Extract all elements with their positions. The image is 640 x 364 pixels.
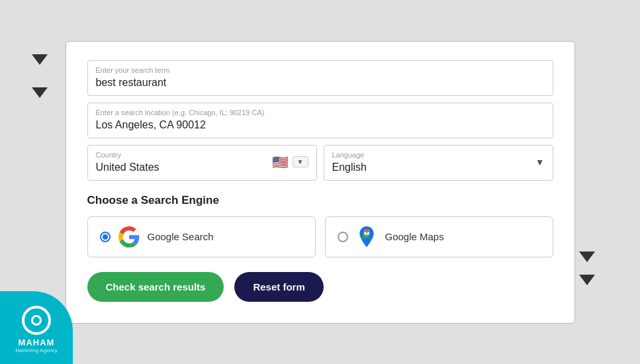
country-dropdown-arrow[interactable]: ▼ bbox=[293, 156, 308, 167]
check-search-results-button[interactable]: Check search results bbox=[87, 272, 224, 302]
logo-circle-icon bbox=[22, 306, 51, 335]
triangle-1 bbox=[32, 54, 48, 65]
country-value: United States bbox=[96, 161, 160, 173]
us-flag-icon: 🇺🇸 bbox=[272, 156, 289, 169]
radio-google-maps[interactable] bbox=[338, 232, 348, 242]
page-background: Enter your search term Enter a search lo… bbox=[0, 0, 640, 364]
google-search-label: Google Search bbox=[148, 231, 214, 242]
main-card: Enter your search term Enter a search lo… bbox=[66, 41, 575, 324]
country-language-row: Country United States 🇺🇸 ▼ Language Engl… bbox=[87, 145, 553, 181]
country-select-wrapper[interactable]: 🇺🇸 ▼ bbox=[272, 156, 308, 169]
language-value: English bbox=[332, 161, 367, 173]
search-term-field: Enter your search term bbox=[87, 60, 553, 96]
reset-form-button[interactable]: Reset form bbox=[234, 272, 323, 302]
google-maps-logo-icon bbox=[356, 226, 377, 248]
language-dropdown-arrow[interactable]: ▼ bbox=[535, 157, 545, 167]
search-engine-section-title: Choose a Search Engine bbox=[87, 194, 553, 207]
radio-google-search[interactable] bbox=[100, 232, 111, 242]
triangle-2 bbox=[32, 87, 48, 98]
country-field: Country United States 🇺🇸 ▼ bbox=[87, 145, 317, 181]
search-term-input[interactable] bbox=[96, 77, 545, 89]
triangle-4 bbox=[579, 275, 595, 285]
location-input[interactable] bbox=[96, 119, 545, 131]
button-row: Check search results Reset form bbox=[87, 272, 553, 302]
location-label: Enter a search location (e.g. Chicago, I… bbox=[96, 109, 545, 116]
location-field: Enter a search location (e.g. Chicago, I… bbox=[87, 103, 553, 138]
logo-text-main: MAHAM bbox=[19, 338, 55, 347]
maham-logo-badge: MAHAM Marketing Agency bbox=[0, 291, 73, 364]
engine-options: Google Search Google Maps bbox=[87, 216, 553, 257]
triangle-3 bbox=[579, 251, 595, 262]
country-left: Country United States bbox=[96, 151, 160, 173]
search-term-label: Enter your search term bbox=[96, 66, 545, 74]
logo-text-sub: Marketing Agency bbox=[15, 347, 58, 353]
google-maps-label: Google Maps bbox=[385, 231, 444, 242]
country-label: Country bbox=[96, 151, 160, 159]
engine-option-google-search[interactable]: Google Search bbox=[87, 216, 316, 257]
language-left: Language English bbox=[332, 151, 367, 173]
engine-option-google-maps[interactable]: Google Maps bbox=[325, 216, 553, 257]
language-label: Language bbox=[332, 151, 367, 159]
language-field: Language English ▼ bbox=[324, 145, 553, 181]
google-search-logo-icon bbox=[118, 226, 140, 248]
logo-inner-icon bbox=[31, 315, 42, 326]
